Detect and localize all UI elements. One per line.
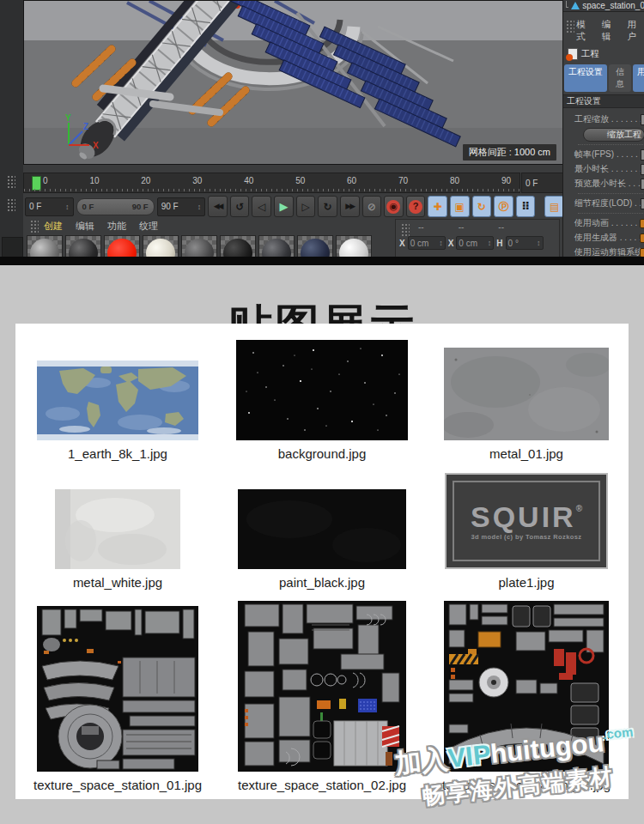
tick: 20: [141, 176, 150, 185]
section-divider: [0, 257, 644, 265]
coord-header: --: [418, 222, 424, 232]
panel-tabs: 工程设置 信息 用: [563, 63, 644, 94]
texture-caption: paint_black.jpg: [279, 574, 365, 593]
tab-project-settings[interactable]: 工程设置: [564, 64, 607, 92]
value-field[interactable]: [641, 149, 644, 161]
coord-label: H: [496, 239, 502, 248]
autokey-button[interactable]: ?: [406, 196, 426, 217]
value-field[interactable]: [641, 198, 644, 209]
key-point-level-button[interactable]: ⠿: [516, 196, 536, 217]
value-field[interactable]: [641, 114, 644, 125]
tab-user-data[interactable]: 用: [633, 64, 644, 92]
brand-plate-thumbnail: SQUIR® 3d model (c) by Tomasz Rozkosz: [445, 473, 608, 569]
checkbox[interactable]: [640, 248, 644, 257]
texture-item-metalwhite: metal_white.jpg: [15, 464, 220, 593]
timeline-ruler[interactable]: 0 10 20 30 40 50 60 70 80 90: [23, 173, 520, 193]
object-name: space_station_0: [582, 1, 644, 10]
preview-range-slider[interactable]: 0 F90 F: [76, 198, 155, 215]
project-row[interactable]: 工程: [563, 45, 644, 63]
material-swatch-station-dark[interactable]: [65, 235, 101, 257]
texture-item-plate1: SQUIR® 3d model (c) by Tomasz Rozkosz pl…: [424, 464, 629, 593]
scale-project-button[interactable]: 缩放工程: [583, 128, 644, 142]
coord-x2-field[interactable]: 0 cm↕: [456, 236, 494, 250]
setting-use-generators[interactable]: 使用生成器 . . . . .: [574, 230, 644, 245]
material-swatch-navy[interactable]: [297, 235, 333, 257]
left-rail: [0, 0, 23, 257]
record-keyframe-button[interactable]: ◉: [384, 196, 404, 217]
checkbox[interactable]: [640, 219, 644, 228]
record-disabled-button[interactable]: ⊘: [362, 196, 382, 217]
material-swatch-red[interactable]: [104, 235, 140, 257]
stepper-icon[interactable]: ↕: [197, 203, 202, 211]
key-rotation-button[interactable]: ↻: [472, 196, 492, 217]
setting-preview-min-time[interactable]: 预览最小时长 . . .: [574, 176, 644, 191]
menu-create[interactable]: 创建: [44, 220, 63, 233]
tick: 0: [43, 176, 48, 185]
menu-mode[interactable]: 模式: [576, 19, 594, 43]
coord-header: --: [498, 222, 504, 232]
setting-min-time[interactable]: 最小时长 . . . . . . .: [574, 161, 644, 176]
tree-branch-icon: [566, 1, 568, 8]
key-parameter-button[interactable]: Ⓟ: [494, 196, 513, 217]
section-header: 工程设置: [563, 94, 644, 108]
current-frame-field[interactable]: 0 F↕: [25, 197, 74, 216]
separator: [578, 144, 643, 145]
material-swatch-station-gray[interactable]: [181, 235, 217, 257]
texture-caption: metal_white.jpg: [73, 574, 162, 593]
uv-atlas-thumbnail: [444, 601, 609, 772]
key-position-button[interactable]: ✚: [428, 196, 447, 217]
next-frame-button[interactable]: ▷: [296, 196, 316, 217]
menu-edit[interactable]: 编辑: [602, 19, 620, 43]
material-swatches: [23, 235, 391, 257]
setting-project-scale[interactable]: 工程缩放 . . . . . . .: [574, 112, 644, 126]
checkbox[interactable]: [640, 233, 644, 243]
material-swatch-black[interactable]: [220, 235, 256, 257]
jump-start-button[interactable]: ◀◀: [208, 196, 228, 217]
ruler-ticks: [24, 189, 519, 191]
material-swatch-white[interactable]: [336, 235, 372, 257]
object-tree-item[interactable]: space_station_0: [563, 0, 644, 12]
tab-info[interactable]: 信息: [609, 64, 631, 92]
texture-showcase: 贴图展示: [0, 265, 644, 824]
texture-item-atlas02: texture_space_station_02.jpg: [220, 593, 424, 796]
texture-item-background: background.jpg: [220, 329, 424, 464]
uv-atlas-thumbnail: [238, 601, 406, 772]
value-field[interactable]: [641, 179, 644, 190]
material-swatch-cream[interactable]: [143, 235, 179, 257]
setting-fps[interactable]: 帧率(FPS) . . . . . .: [574, 147, 644, 161]
layout-toggle-button[interactable]: ▤: [544, 196, 564, 217]
tick: 60: [347, 176, 356, 185]
setting-use-animation[interactable]: 使用动画 . . . . . . .: [574, 215, 644, 230]
setting-use-motion-system[interactable]: 使用运动剪辑系统: [574, 245, 644, 257]
menu-function[interactable]: 功能: [107, 220, 126, 233]
key-scale-button[interactable]: ▣: [450, 196, 470, 217]
material-preview-tile[interactable]: [2, 237, 23, 257]
viewport[interactable]: Y Z X 网格间距 : 1000 cm: [23, 0, 564, 165]
loop-button[interactable]: ↻: [318, 196, 337, 217]
menu-edit[interactable]: 编辑: [76, 220, 94, 233]
drag-handle-icon[interactable]: [566, 20, 574, 33]
axis-gizmo-icon: Y Z X: [57, 112, 108, 155]
texture-caption: texture_space_station_01.jpg: [33, 777, 202, 796]
play-backwards-button[interactable]: ↺: [230, 196, 250, 217]
material-swatch-station-panel[interactable]: [258, 235, 295, 257]
drag-handle-icon[interactable]: [30, 220, 39, 233]
menu-user[interactable]: 用户: [627, 19, 644, 43]
drag-handle-icon[interactable]: [7, 198, 15, 212]
coord-h-field[interactable]: 0 °↕: [506, 236, 544, 250]
value-field[interactable]: [641, 164, 644, 175]
play-button[interactable]: ▶: [274, 196, 294, 217]
svg-text:Z: Z: [83, 122, 88, 131]
coord-x-field[interactable]: 0 cm↕: [408, 236, 446, 250]
end-frame-field[interactable]: 90 F↕: [157, 197, 206, 216]
setting-lod[interactable]: 细节程度(LOD) . .: [574, 196, 644, 210]
drag-handle-icon[interactable]: [401, 223, 410, 237]
previous-frame-button[interactable]: ◁: [252, 196, 271, 217]
drag-handle-icon[interactable]: [7, 175, 15, 189]
stepper-icon[interactable]: ↕: [65, 203, 70, 211]
menu-texture[interactable]: 纹理: [139, 220, 158, 233]
tick: 10: [89, 176, 99, 185]
coord-header: --: [459, 222, 465, 232]
jump-end-button[interactable]: ▶▶: [340, 196, 360, 217]
material-swatch-gray[interactable]: [27, 235, 63, 257]
